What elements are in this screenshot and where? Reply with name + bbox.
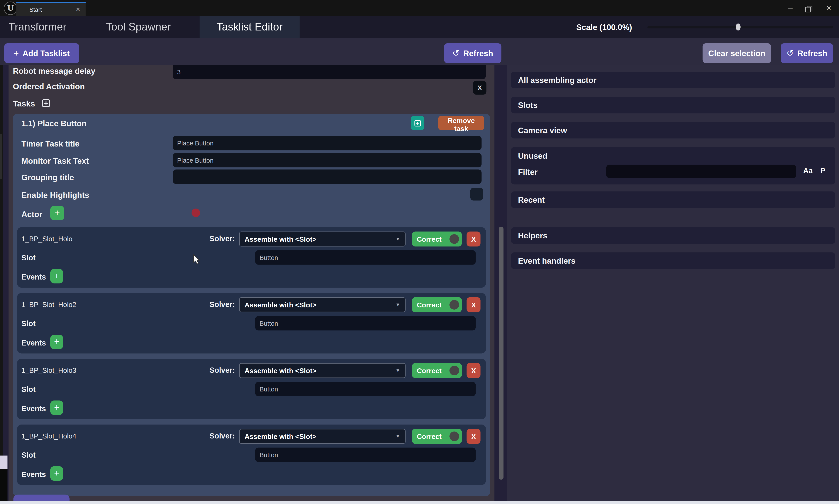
tab-tool-spawner[interactable]: Tool Spawner: [106, 16, 171, 38]
add-event-button[interactable]: +: [50, 269, 63, 283]
grid-plus-icon: [414, 119, 421, 127]
taskbar-edge-strip: [0, 501, 839, 504]
enable-highlights-label: Enable Highlights: [21, 190, 89, 199]
filter-label: Filter: [518, 167, 538, 177]
slot-card-1: 1_BP_Slot_Holo Solver: Assemble with <Sl…: [17, 227, 486, 288]
remove-slot-button[interactable]: X: [467, 231, 480, 247]
add-event-button[interactable]: +: [50, 335, 63, 349]
assembly-panel: All assembling actor Slots Camera view U…: [507, 65, 839, 504]
correct-toggle[interactable]: Correct: [412, 298, 462, 312]
toggle-knob: [450, 234, 459, 244]
slot-card-3: 1_BP_Slot_Holo3 Solver: Assemble with <S…: [17, 359, 486, 419]
clear-selection-button[interactable]: Clear selection: [703, 43, 771, 63]
section-camera-view[interactable]: Camera view: [511, 122, 835, 139]
remove-slot-button[interactable]: X: [467, 298, 480, 312]
section-event-handlers[interactable]: Event handlers: [511, 252, 835, 269]
tab-transformer[interactable]: Transformer: [8, 16, 67, 38]
enable-highlights-checkbox[interactable]: [470, 188, 483, 200]
solver-dropdown[interactable]: Assemble with <Slot> ▼: [239, 298, 406, 312]
refresh-right-label: Refresh: [798, 49, 827, 58]
solver-dropdown-value: Assemble with <Slot>: [244, 301, 396, 309]
refresh-label: Refresh: [463, 49, 493, 58]
close-tab-icon[interactable]: ✕: [76, 6, 81, 12]
timer-task-title-input[interactable]: [173, 136, 482, 150]
task-card: 1.1) Place Button Remove task Timer Task…: [13, 114, 490, 496]
refresh-button-right[interactable]: ↺ Refresh: [781, 43, 833, 63]
events-label: Events: [21, 339, 46, 347]
app-window: U Start ✕ ─ ✕ Transformer Tool Spawner T…: [0, 0, 839, 504]
solver-label: Solver:: [200, 234, 235, 243]
remove-slot-button[interactable]: X: [467, 429, 480, 444]
slot-value-input[interactable]: [255, 250, 476, 265]
correct-toggle[interactable]: Correct: [412, 231, 462, 247]
grouping-title-input[interactable]: [173, 169, 482, 184]
section-slots[interactable]: Slots: [511, 97, 835, 113]
slot-actor-name: 1_BP_Slot_Holo2: [21, 301, 76, 308]
unused-title: Unused: [518, 151, 547, 160]
solver-label: Solver:: [200, 432, 235, 440]
refresh-button-left[interactable]: ↺ Refresh: [444, 43, 501, 63]
slot-actor-name: 1_BP_Slot_Holo3: [21, 366, 76, 374]
close-window-button[interactable]: ✕: [820, 0, 838, 16]
solver-dropdown[interactable]: Assemble with <Slot> ▼: [239, 429, 406, 444]
monitor-task-text-input[interactable]: [173, 153, 482, 167]
tab-tasklist-editor[interactable]: Tasklist Editor: [199, 16, 300, 38]
section-recent[interactable]: Recent: [511, 191, 835, 208]
solver-dropdown[interactable]: Assemble with <Slot> ▼: [239, 363, 406, 378]
events-label: Events: [21, 273, 46, 281]
vertical-scrollbar-thumb[interactable]: [499, 227, 504, 480]
editor-tab-start[interactable]: Start ✕: [16, 2, 86, 17]
slot-label: Slot: [21, 385, 36, 393]
scale-slider-thumb[interactable]: [736, 23, 740, 31]
correct-label: Correct: [417, 432, 450, 440]
add-event-button[interactable]: +: [50, 466, 63, 481]
background-black-fragment: [0, 469, 7, 501]
toggle-knob: [450, 300, 459, 310]
slot-value-input[interactable]: [255, 448, 476, 462]
slot-label: Slot: [21, 253, 36, 262]
remove-task-button[interactable]: Remove task: [438, 116, 484, 130]
robot-message-delay-input[interactable]: [173, 65, 486, 79]
add-task-grid-icon[interactable]: [42, 99, 50, 109]
restore-button[interactable]: [800, 0, 818, 16]
restore-icon-back: [805, 7, 811, 13]
grouping-title-label: Grouping title: [21, 173, 74, 182]
section-all-assembling-actor[interactable]: All assembling actor: [511, 72, 835, 88]
solver-dropdown[interactable]: Assemble with <Slot> ▼: [239, 231, 406, 247]
slot-label: Slot: [21, 319, 36, 328]
add-tasklist-label: Add Tasklist: [22, 49, 70, 58]
solver-label: Solver:: [200, 300, 235, 308]
task-grid-button[interactable]: [411, 116, 424, 130]
correct-toggle[interactable]: Correct: [412, 363, 462, 378]
add-event-button[interactable]: +: [50, 401, 63, 415]
ordered-activation-label: Ordered Activation: [13, 82, 85, 91]
solver-label: Solver:: [200, 366, 235, 374]
correct-label: Correct: [417, 367, 450, 375]
remove-slot-button[interactable]: X: [467, 363, 480, 378]
chevron-down-icon: ▼: [396, 368, 400, 373]
match-word-button[interactable]: P_: [820, 166, 829, 175]
filter-input[interactable]: [606, 165, 796, 178]
section-unused[interactable]: Unused Filter Aa P_: [511, 147, 835, 184]
add-tasklist-button[interactable]: + Add Tasklist: [4, 43, 79, 63]
chevron-down-icon: ▼: [396, 236, 400, 242]
minimize-button[interactable]: ─: [781, 0, 800, 16]
match-case-button[interactable]: Aa: [803, 166, 812, 175]
chevron-down-icon: ▼: [396, 302, 400, 308]
slot-value-input[interactable]: [255, 382, 476, 396]
ordered-activation-close-button[interactable]: X: [473, 81, 486, 95]
scale-label: Scale (100.0%): [576, 16, 632, 38]
background-editor-notch: [0, 134, 2, 179]
clear-selection-label: Clear selection: [708, 49, 765, 58]
background-window-fragment: [0, 456, 7, 469]
start-tab-label: Start: [30, 6, 42, 13]
window-titlebar: U Start ✕ ─ ✕: [0, 0, 839, 16]
correct-toggle[interactable]: Correct: [412, 429, 462, 444]
slot-value-input[interactable]: [255, 316, 476, 330]
refresh-icon: ↺: [452, 48, 459, 58]
section-helpers[interactable]: Helpers: [511, 227, 835, 244]
background-editor-edge: [0, 65, 3, 504]
toggle-knob: [450, 432, 459, 441]
add-actor-button[interactable]: +: [50, 206, 64, 220]
slot-card-4: 1_BP_Slot_Holo4 Solver: Assemble with <S…: [17, 425, 486, 485]
